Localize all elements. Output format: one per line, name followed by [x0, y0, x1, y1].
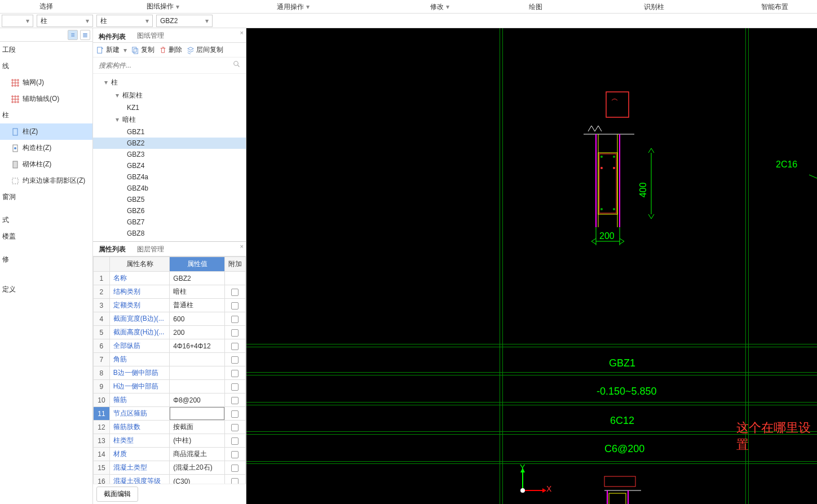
- props-row-add[interactable]: [224, 461, 245, 475]
- checkbox-icon[interactable]: [231, 329, 239, 337]
- props-row-add[interactable]: [224, 326, 245, 339]
- menu-general-operation[interactable]: 通用操作▾: [220, 0, 366, 13]
- tab-layer-manage[interactable]: 图层管理: [131, 242, 170, 256]
- sidebar-item[interactable]: 柱(Z): [0, 123, 92, 140]
- checkbox-icon[interactable]: [231, 465, 239, 472]
- props-row-value[interactable]: 暗柱: [170, 285, 225, 299]
- props-row[interactable]: 2结构类别暗柱: [94, 285, 246, 299]
- props-row-add[interactable]: [224, 421, 245, 434]
- panel-close-icon[interactable]: ×: [240, 243, 244, 250]
- filter-combo-2[interactable]: 柱▾: [37, 15, 93, 27]
- props-row-value[interactable]: 4Φ16+4Φ12: [170, 339, 225, 353]
- props-row-value[interactable]: (C30): [170, 475, 225, 484]
- delete-button[interactable]: 删除: [159, 45, 182, 55]
- tree-item[interactable]: GBZ8: [93, 228, 246, 239]
- sidebar-item[interactable]: 砌体柱(Z): [0, 156, 92, 173]
- props-row[interactable]: 10箍筋Φ8@200: [94, 394, 246, 407]
- props-row[interactable]: 11节点区箍筋: [94, 407, 246, 421]
- sidebar-item[interactable]: 轴网(J): [0, 74, 92, 91]
- checkbox-icon[interactable]: [231, 302, 239, 310]
- filter-combo-1[interactable]: ▾: [2, 15, 33, 27]
- search-input[interactable]: [96, 60, 242, 71]
- props-row-value[interactable]: [170, 353, 225, 366]
- sidebar-item[interactable]: 辅助轴线(O): [0, 91, 92, 107]
- tree-item[interactable]: GBZ1: [93, 126, 246, 138]
- props-row-value[interactable]: [170, 366, 225, 380]
- tree-item[interactable]: GBZ4a: [93, 171, 246, 183]
- sidebar-item[interactable]: 约束边缘非阴影区(Z): [0, 173, 92, 189]
- props-row[interactable]: 1名称GBZ2: [94, 272, 246, 285]
- props-row-add[interactable]: [224, 312, 245, 326]
- menu-identify-column[interactable]: 识别柱: [558, 0, 750, 13]
- tree-item[interactable]: KZ1: [93, 102, 246, 113]
- props-row-add[interactable]: [224, 380, 245, 394]
- menu-smart-layout[interactable]: 智能布置: [750, 0, 800, 13]
- props-row[interactable]: 4截面宽度(B边)(...600: [94, 312, 246, 326]
- checkbox-icon[interactable]: [231, 343, 239, 350]
- view-grid-button[interactable]: ≣: [80, 30, 90, 40]
- props-row-value[interactable]: GBZ2: [170, 272, 225, 285]
- tree-toggle-icon[interactable]: ▾: [116, 91, 121, 99]
- new-button[interactable]: 新建▾: [96, 45, 127, 55]
- view-list-button[interactable]: ≡: [68, 30, 78, 40]
- props-row-value[interactable]: (中柱): [170, 434, 225, 448]
- checkbox-icon[interactable]: [231, 451, 239, 458]
- props-row-add[interactable]: [224, 434, 245, 448]
- tree-item[interactable]: ▾框架柱: [93, 89, 246, 102]
- panel-close-icon[interactable]: ×: [240, 29, 244, 36]
- tree-item[interactable]: GBZ7: [93, 216, 246, 228]
- tree-item[interactable]: GBZ2: [93, 138, 246, 149]
- tree-item[interactable]: GBZ5: [93, 194, 246, 205]
- props-row-add[interactable]: [224, 299, 245, 312]
- floor-copy-button[interactable]: 层间复制: [187, 45, 223, 55]
- props-row-value[interactable]: 商品混凝土: [170, 448, 225, 461]
- props-row[interactable]: 3定额类别普通柱: [94, 299, 246, 312]
- props-row-add[interactable]: [224, 475, 245, 484]
- props-row-add[interactable]: [224, 339, 245, 353]
- tree-toggle-icon[interactable]: ▾: [116, 116, 121, 123]
- sidebar-item[interactable]: 构造柱(Z): [0, 140, 92, 156]
- props-row-add[interactable]: [224, 407, 245, 421]
- cad-canvas[interactable]: 这个在哪里设置 X Y C8@2002C162C1640020020020040…: [246, 28, 817, 504]
- props-row-add[interactable]: [224, 448, 245, 461]
- copy-button[interactable]: 复制: [131, 45, 154, 55]
- props-row-add[interactable]: [224, 353, 245, 366]
- props-row[interactable]: 13柱类型(中柱): [94, 434, 246, 448]
- props-row-value[interactable]: 普通柱: [170, 299, 225, 312]
- props-row-add[interactable]: [224, 394, 245, 407]
- tree-item[interactable]: GBZ4: [93, 160, 246, 171]
- tab-property-list[interactable]: 属性列表: [93, 242, 131, 256]
- tab-paper-manage[interactable]: 图纸管理: [131, 28, 170, 42]
- props-row-add[interactable]: [224, 272, 245, 285]
- checkbox-icon[interactable]: [231, 289, 239, 296]
- filter-combo-4[interactable]: GBZ2▾: [156, 15, 213, 27]
- props-row-value[interactable]: 按截面: [170, 421, 225, 434]
- props-row-value[interactable]: Φ8@200: [170, 394, 225, 407]
- props-row-value[interactable]: [170, 380, 225, 394]
- props-row-add[interactable]: [224, 366, 245, 380]
- filter-combo-3[interactable]: 柱▾: [96, 15, 153, 27]
- props-row[interactable]: 7角筋: [94, 353, 246, 366]
- props-row[interactable]: 6全部纵筋4Φ16+4Φ12: [94, 339, 246, 353]
- checkbox-icon[interactable]: [231, 410, 239, 418]
- section-edit-button[interactable]: 截面编辑: [96, 487, 138, 502]
- props-row[interactable]: 5截面高度(H边)(...200: [94, 326, 246, 339]
- props-row-value[interactable]: (混凝土20石): [170, 461, 225, 475]
- checkbox-icon[interactable]: [231, 437, 239, 445]
- tree-item[interactable]: GBZ4b: [93, 183, 246, 194]
- props-row-add[interactable]: [224, 285, 245, 299]
- props-value-input[interactable]: [170, 407, 224, 420]
- tab-component-list[interactable]: 构件列表: [93, 28, 131, 42]
- tree-item[interactable]: GBZ6: [93, 205, 246, 216]
- menu-select[interactable]: 选择: [0, 0, 107, 13]
- checkbox-icon[interactable]: [231, 397, 239, 404]
- props-row[interactable]: 12箍筋肢数按截面: [94, 421, 246, 434]
- menu-draw[interactable]: 绘图: [513, 0, 558, 13]
- props-row-value[interactable]: 200: [170, 326, 225, 339]
- checkbox-icon[interactable]: [231, 316, 239, 323]
- menu-modify[interactable]: 修改▾: [366, 0, 513, 13]
- props-row[interactable]: 14材质商品混凝土: [94, 448, 246, 461]
- menu-paper-operation[interactable]: 图纸操作▾: [107, 0, 220, 13]
- props-row[interactable]: 9H边一侧中部筋: [94, 380, 246, 394]
- props-row[interactable]: 16混凝土强度等级(C30): [94, 475, 246, 484]
